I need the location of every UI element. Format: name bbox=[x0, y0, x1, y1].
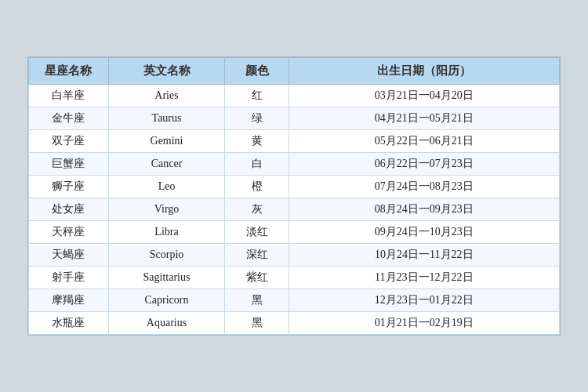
cell-zh: 摩羯座 bbox=[29, 289, 109, 312]
cell-color: 灰 bbox=[225, 198, 289, 221]
table-header-row: 星座名称 英文名称 颜色 出生日期（阳历） bbox=[29, 58, 560, 85]
cell-en: Virgo bbox=[108, 198, 225, 221]
cell-date: 07月24日一08月23日 bbox=[289, 176, 559, 198]
cell-zh: 白羊座 bbox=[29, 85, 109, 107]
cell-color: 白 bbox=[225, 153, 289, 176]
cell-zh: 金牛座 bbox=[29, 107, 109, 130]
cell-zh: 狮子座 bbox=[29, 176, 109, 198]
zodiac-table: 星座名称 英文名称 颜色 出生日期（阳历） 白羊座Aries红03月21日一04… bbox=[28, 57, 560, 335]
cell-en: Sagittarius bbox=[108, 267, 225, 289]
cell-date: 04月21日一05月21日 bbox=[289, 107, 559, 130]
table-row: 金牛座Taurus绿04月21日一05月21日 bbox=[29, 107, 560, 130]
header-color: 颜色 bbox=[225, 58, 289, 85]
cell-color: 淡红 bbox=[225, 221, 289, 244]
cell-color: 深红 bbox=[225, 244, 289, 267]
cell-date: 11月23日一12月22日 bbox=[289, 267, 559, 289]
cell-color: 黑 bbox=[225, 312, 289, 335]
cell-en: Leo bbox=[108, 176, 225, 198]
header-date: 出生日期（阳历） bbox=[289, 58, 559, 85]
cell-color: 黄 bbox=[225, 130, 289, 153]
zodiac-table-container: 星座名称 英文名称 颜色 出生日期（阳历） 白羊座Aries红03月21日一04… bbox=[27, 56, 561, 336]
table-row: 天蝎座Scorpio深红10月24日一11月22日 bbox=[29, 244, 560, 267]
cell-zh: 天秤座 bbox=[29, 221, 109, 244]
cell-en: Aries bbox=[108, 85, 225, 107]
cell-en: Cancer bbox=[108, 153, 225, 176]
table-row: 巨蟹座Cancer白06月22日一07月23日 bbox=[29, 153, 560, 176]
table-row: 射手座Sagittarius紫红11月23日一12月22日 bbox=[29, 267, 560, 289]
table-row: 水瓶座Aquarius黑01月21日一02月19日 bbox=[29, 312, 560, 335]
cell-date: 06月22日一07月23日 bbox=[289, 153, 559, 176]
cell-color: 绿 bbox=[225, 107, 289, 130]
cell-en: Scorpio bbox=[108, 244, 225, 267]
table-row: 白羊座Aries红03月21日一04月20日 bbox=[29, 85, 560, 107]
header-zh: 星座名称 bbox=[29, 58, 109, 85]
cell-date: 09月24日一10月23日 bbox=[289, 221, 559, 244]
cell-date: 10月24日一11月22日 bbox=[289, 244, 559, 267]
cell-en: Libra bbox=[108, 221, 225, 244]
cell-color: 黑 bbox=[225, 289, 289, 312]
cell-en: Capricorn bbox=[108, 289, 225, 312]
table-row: 狮子座Leo橙07月24日一08月23日 bbox=[29, 176, 560, 198]
cell-color: 紫红 bbox=[225, 267, 289, 289]
cell-en: Taurus bbox=[108, 107, 225, 130]
table-row: 摩羯座Capricorn黑12月23日一01月22日 bbox=[29, 289, 560, 312]
cell-zh: 射手座 bbox=[29, 267, 109, 289]
table-row: 天秤座Libra淡红09月24日一10月23日 bbox=[29, 221, 560, 244]
cell-zh: 水瓶座 bbox=[29, 312, 109, 335]
cell-date: 05月22日一06月21日 bbox=[289, 130, 559, 153]
header-en: 英文名称 bbox=[108, 58, 225, 85]
cell-color: 红 bbox=[225, 85, 289, 107]
table-row: 双子座Gemini黄05月22日一06月21日 bbox=[29, 130, 560, 153]
cell-zh: 处女座 bbox=[29, 198, 109, 221]
cell-en: Aquarius bbox=[108, 312, 225, 335]
table-row: 处女座Virgo灰08月24日一09月23日 bbox=[29, 198, 560, 221]
cell-date: 08月24日一09月23日 bbox=[289, 198, 559, 221]
cell-en: Gemini bbox=[108, 130, 225, 153]
cell-date: 03月21日一04月20日 bbox=[289, 85, 559, 107]
cell-date: 12月23日一01月22日 bbox=[289, 289, 559, 312]
cell-zh: 巨蟹座 bbox=[29, 153, 109, 176]
cell-zh: 天蝎座 bbox=[29, 244, 109, 267]
cell-color: 橙 bbox=[225, 176, 289, 198]
cell-date: 01月21日一02月19日 bbox=[289, 312, 559, 335]
cell-zh: 双子座 bbox=[29, 130, 109, 153]
